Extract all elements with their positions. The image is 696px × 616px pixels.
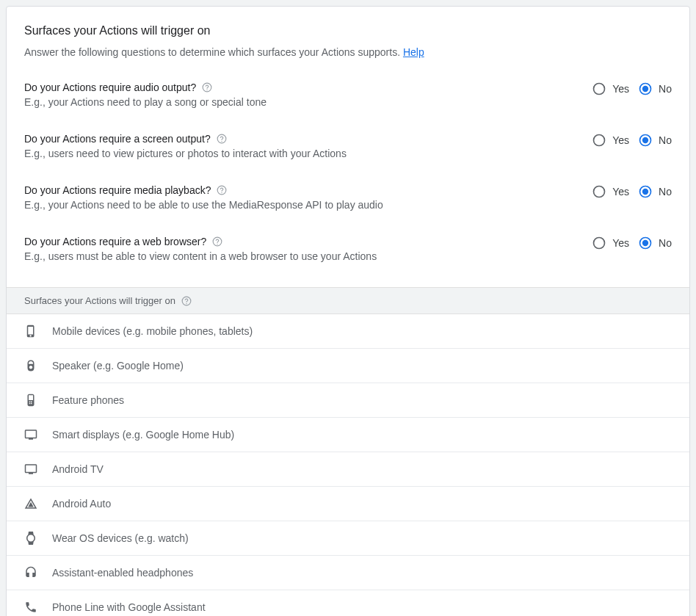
surface-row: Speaker (e.g. Google Home) xyxy=(7,349,689,383)
question-text: Do your Actions require media playback?E… xyxy=(24,184,592,211)
surface-row: Wear OS devices (e.g. watch) xyxy=(7,521,689,556)
question-text: Do your Actions require a screen output?… xyxy=(24,133,592,159)
svg-point-8 xyxy=(218,186,227,195)
question-desc: E.g., your Actions need to play a song o… xyxy=(24,96,592,108)
phone-line-icon xyxy=(24,601,37,614)
car-icon xyxy=(24,497,37,510)
svg-point-9 xyxy=(594,186,605,198)
question-desc: E.g., users need to view pictures or pho… xyxy=(24,148,592,159)
radio-option-no[interactable]: No xyxy=(638,133,672,148)
svg-point-15 xyxy=(642,240,648,246)
surfaces-card: Surfaces your Actions will trigger on An… xyxy=(6,6,690,616)
radio-selected-icon[interactable] xyxy=(638,81,653,96)
option-label: Yes xyxy=(612,134,629,146)
radio-unselected-icon[interactable] xyxy=(592,81,606,96)
question-label: Do your Actions require audio output? xyxy=(24,81,592,93)
question-screen: Do your Actions require a screen output?… xyxy=(24,126,672,167)
svg-point-12 xyxy=(213,237,222,246)
svg-point-1 xyxy=(594,84,605,95)
radio-option-yes[interactable]: Yes xyxy=(592,81,629,96)
option-label: No xyxy=(659,83,672,95)
section-header: Surfaces your Actions will trigger on xyxy=(7,287,689,314)
help-icon[interactable] xyxy=(202,82,212,93)
radio-option-no[interactable]: No xyxy=(638,81,672,96)
svg-point-16 xyxy=(182,297,191,305)
options-group: YesNo xyxy=(592,81,672,96)
radio-option-yes[interactable]: Yes xyxy=(592,236,629,250)
radio-option-no[interactable]: No xyxy=(638,184,672,199)
question-audio: Do your Actions require audio output?E.g… xyxy=(24,74,672,115)
surface-label: Assistant-enabled headphones xyxy=(52,567,193,579)
surface-row: Android Auto xyxy=(7,487,689,521)
surface-label: Android Auto xyxy=(52,498,111,510)
surface-label: Mobile devices (e.g. mobile phones, tabl… xyxy=(52,325,253,337)
option-label: No xyxy=(659,186,672,198)
surface-row: Phone Line with Google Assistant xyxy=(7,590,689,616)
surface-label: Wear OS devices (e.g. watch) xyxy=(52,532,189,544)
question-desc: E.g., users must be able to view content… xyxy=(24,250,592,262)
surface-row: Feature phones xyxy=(7,383,689,418)
question-label: Do your Actions require a screen output? xyxy=(24,133,592,145)
question-label: Do your Actions require media playback? xyxy=(24,184,592,196)
option-label: Yes xyxy=(612,237,629,249)
svg-point-11 xyxy=(642,189,648,195)
headphones-icon xyxy=(24,566,37,579)
help-icon[interactable] xyxy=(212,236,222,247)
subtitle-text: Answer the following questions to determ… xyxy=(24,46,400,58)
question-text: Do your Actions require a web browser?E.… xyxy=(24,236,592,262)
mobile-icon xyxy=(24,325,37,338)
surface-label: Smart displays (e.g. Google Home Hub) xyxy=(52,429,234,441)
options-group: YesNo xyxy=(592,133,672,148)
question-media: Do your Actions require media playback?E… xyxy=(24,177,672,218)
help-icon[interactable] xyxy=(181,296,192,306)
option-label: No xyxy=(659,237,672,249)
surfaces-list: Mobile devices (e.g. mobile phones, tabl… xyxy=(7,314,689,616)
svg-point-0 xyxy=(203,83,211,92)
option-label: Yes xyxy=(612,83,629,95)
card-header: Surfaces your Actions will trigger on An… xyxy=(7,7,689,59)
smart-display-icon xyxy=(24,428,37,441)
radio-unselected-icon[interactable] xyxy=(592,236,606,250)
card-subtitle: Answer the following questions to determ… xyxy=(24,45,672,59)
radio-selected-icon[interactable] xyxy=(638,133,653,148)
svg-point-7 xyxy=(642,137,648,143)
surface-row: Android TV xyxy=(7,452,689,487)
options-group: YesNo xyxy=(592,236,672,250)
questions-list: Do your Actions require audio output?E.g… xyxy=(7,59,689,287)
radio-option-yes[interactable]: Yes xyxy=(592,184,629,199)
question-desc: E.g., your Actions need to be able to us… xyxy=(24,199,592,211)
section-title: Surfaces your Actions will trigger on xyxy=(24,295,175,306)
radio-selected-icon[interactable] xyxy=(638,184,653,199)
tv-icon xyxy=(24,463,37,476)
surface-row: Smart displays (e.g. Google Home Hub) xyxy=(7,418,689,452)
radio-option-yes[interactable]: Yes xyxy=(592,133,629,148)
question-label: Do your Actions require a web browser? xyxy=(24,236,592,247)
option-label: No xyxy=(659,134,672,146)
feature-phone-icon xyxy=(24,394,37,407)
help-link[interactable]: Help xyxy=(403,46,424,58)
help-icon[interactable] xyxy=(217,185,227,195)
radio-unselected-icon[interactable] xyxy=(592,184,606,199)
surface-label: Phone Line with Google Assistant xyxy=(52,601,206,613)
surface-row: Assistant-enabled headphones xyxy=(7,556,689,590)
radio-option-no[interactable]: No xyxy=(638,236,672,250)
surface-label: Speaker (e.g. Google Home) xyxy=(52,360,184,372)
svg-point-13 xyxy=(594,238,605,249)
card-title: Surfaces your Actions will trigger on xyxy=(24,24,672,37)
question-text: Do your Actions require audio output?E.g… xyxy=(24,81,592,108)
surface-row: Mobile devices (e.g. mobile phones, tabl… xyxy=(7,314,689,349)
surface-label: Android TV xyxy=(52,463,104,475)
surface-label: Feature phones xyxy=(52,394,124,406)
help-icon[interactable] xyxy=(217,134,227,144)
svg-point-5 xyxy=(594,135,605,146)
watch-icon xyxy=(24,532,37,545)
speaker-icon xyxy=(24,359,37,372)
options-group: YesNo xyxy=(592,184,672,199)
radio-unselected-icon[interactable] xyxy=(592,133,606,148)
question-browser: Do your Actions require a web browser?E.… xyxy=(24,228,672,269)
radio-selected-icon[interactable] xyxy=(638,236,653,250)
option-label: Yes xyxy=(612,186,629,198)
svg-point-3 xyxy=(642,86,648,92)
